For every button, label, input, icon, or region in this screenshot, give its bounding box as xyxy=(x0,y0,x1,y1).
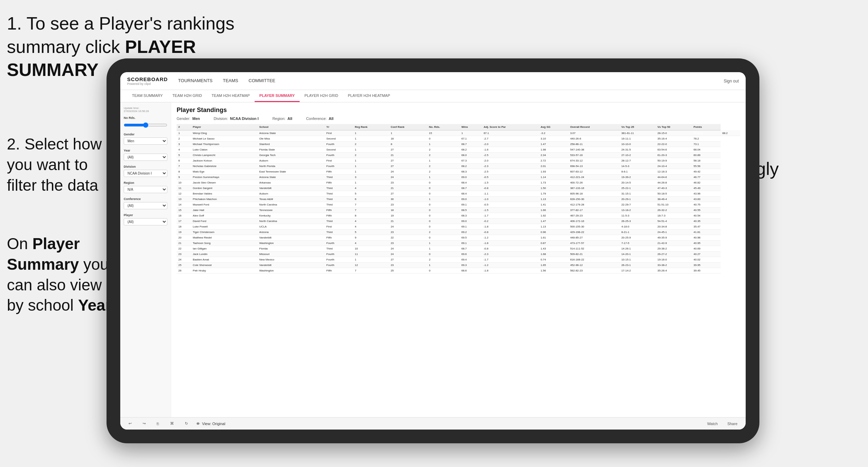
region-select[interactable]: N/A All xyxy=(124,186,167,193)
table-cell: First xyxy=(325,130,353,136)
col-conf-rank[interactable]: Conf Rank xyxy=(389,124,427,130)
table-cell: 68.6 xyxy=(460,268,482,274)
filter-division: Division: NCAA Division I xyxy=(214,116,259,121)
table-cell: 258-86-11 xyxy=(568,142,620,147)
table-row[interactable]: 4Luke ClatonFlorida StateSecond127268.2-… xyxy=(177,147,740,153)
table-row[interactable]: 1Wenyi DingArizona StateFirst1115167.1-3… xyxy=(177,130,740,136)
table-cell: -2.3 xyxy=(482,252,539,257)
table-cell: 18 xyxy=(389,136,427,142)
table-row[interactable]: 11Gordon SargentVanderbiltThird421068.7-… xyxy=(177,186,740,191)
tab-team-h2h-heatmap[interactable]: TEAM H2H HEATMAP xyxy=(207,90,255,102)
table-row[interactable]: 6Jackson KoivunAuburnFirst127167.3-2.02.… xyxy=(177,158,740,164)
table-row[interactable]: 15Jake HallTennesseeFifth718068.5-1.51.6… xyxy=(177,208,740,213)
table-cell: Fifth xyxy=(325,180,353,186)
col-no-rds[interactable]: No. Rds. xyxy=(427,124,460,130)
table-row[interactable]: 2Michael Le SassoOle MissSecond118067.1-… xyxy=(177,136,740,142)
table-row[interactable]: 8Mats EgeEast Tennessee StateFifth124268… xyxy=(177,169,740,175)
table-row[interactable]: 5Christo LamprechtGeorgia TechFourth2212… xyxy=(177,153,740,158)
table-row[interactable]: 20Matthew RiedelVanderbiltFifth922069.5-… xyxy=(177,235,740,241)
nav-tournaments[interactable]: TOURNAMENTS xyxy=(178,77,212,85)
col-points[interactable]: Points xyxy=(692,124,721,130)
table-cell: North Carolina xyxy=(258,219,325,224)
table-cell: North Carolina xyxy=(258,202,325,208)
tab-team-h2h-grid[interactable]: TEAM H2H GRID xyxy=(168,90,207,102)
table-cell: 23 xyxy=(389,263,427,268)
division-select[interactable]: NCAA Division I xyxy=(124,170,167,177)
table-cell: 26-23-1 xyxy=(620,263,656,268)
table-cell: Fourth xyxy=(325,257,353,263)
table-row[interactable]: 3Michael ThorbjornsenStanfordFourth28168… xyxy=(177,142,740,147)
tab-player-summary[interactable]: PLAYER SUMMARY xyxy=(255,90,300,102)
table-cell: 39.45 xyxy=(692,268,721,274)
redo-btn[interactable]: ↪ xyxy=(140,420,148,427)
table-cell: 24 xyxy=(389,169,427,175)
player-standings-table: # Player School Yr Reg Rank Conf Rank No… xyxy=(177,124,740,274)
col-wins[interactable]: Wins xyxy=(460,124,482,130)
table-cell: 20-25-9 xyxy=(620,235,656,241)
copy-btn[interactable]: ⎘ xyxy=(154,420,162,427)
table-cell: 67.1 xyxy=(482,130,539,136)
table-cell: 10-10-0 xyxy=(620,142,656,147)
table-cell: Washington xyxy=(258,268,325,274)
table-row[interactable]: 13Phichakon MaichonTexas A&MThird630169.… xyxy=(177,197,740,202)
table-row[interactable]: 21Taehoon SongWashingtonFourth423169.1-1… xyxy=(177,241,740,246)
share-btn[interactable]: Share xyxy=(725,420,740,427)
table-cell: Fourth xyxy=(325,241,353,246)
table-row[interactable]: 23Jack LundinMissouriFourth1124069.6-2.3… xyxy=(177,252,740,257)
table-filters: Gender: Men Division: NCAA Division I Re… xyxy=(177,116,740,121)
table-row[interactable]: 18Luke PowellUCLAFirst424069.1-1.81.1350… xyxy=(177,224,740,230)
table-title: Player Standings xyxy=(177,107,740,114)
table-cell: 429-198-22 xyxy=(568,230,620,235)
tab-player-h2h-heatmap[interactable]: PLAYER H2H HEATMAP xyxy=(343,90,395,102)
refresh-btn[interactable]: ↻ xyxy=(182,420,191,427)
sign-out-link[interactable]: Sign out xyxy=(724,79,739,84)
col-avg-sg[interactable]: Avg SG xyxy=(539,124,568,130)
undo-btn[interactable]: ↩ xyxy=(126,420,134,427)
table-row[interactable]: 10Jacob Stev OlesenArkansasFifth123068.4… xyxy=(177,180,740,186)
table-row[interactable]: 25Cole SherwoodVanderbiltFourth1223169.3… xyxy=(177,263,740,268)
col-player[interactable]: Player xyxy=(191,124,258,130)
annotation-bottom: On PlayerSummary youcan also viewby scho… xyxy=(7,234,117,316)
tab-player-h2h-grid[interactable]: PLAYER H2H GRID xyxy=(300,90,343,102)
gender-select[interactable]: Men Women xyxy=(124,137,167,145)
table-cell: 406-172-16 xyxy=(568,219,620,224)
table-cell: 8-21-1 xyxy=(620,230,656,235)
table-row[interactable]: 17David FordNorth CarolinaThird421069.0-… xyxy=(177,219,740,224)
table-row[interactable]: 24Bastien AmatNew MexicoFourth127269.4-1… xyxy=(177,257,740,263)
table-cell: 24 xyxy=(389,246,427,252)
table-cell: 67.3 xyxy=(460,158,482,164)
table-cell: 69.2 xyxy=(460,230,482,235)
table-cell: Florida xyxy=(258,246,325,252)
table-cell: 6 xyxy=(177,158,191,164)
watch-btn[interactable]: Watch xyxy=(704,420,721,427)
table-row[interactable]: 9Preston SummerhaysArizona StateThird324… xyxy=(177,175,740,180)
col-vs-top50[interactable]: Vs Top 50 xyxy=(656,124,692,130)
table-cell: -1.2 xyxy=(482,263,539,268)
table-cell: 473-177-57 xyxy=(568,241,620,246)
table-row[interactable]: 7Nicholas GabrielcieNorth FloridaFourth1… xyxy=(177,164,740,169)
col-vs-top25[interactable]: Vs Top 25 xyxy=(620,124,656,130)
player-select[interactable]: (All) xyxy=(124,218,167,225)
table-cell: 16 xyxy=(177,213,191,219)
col-overall[interactable]: Overall Record xyxy=(568,124,620,130)
col-rank[interactable]: # xyxy=(177,124,191,130)
col-adj-score[interactable]: Adj. Score to Par xyxy=(482,124,539,130)
conference-select[interactable]: (All) xyxy=(124,202,167,209)
col-reg-rank[interactable]: Reg Rank xyxy=(353,124,389,130)
nav-committee[interactable]: COMMITTEE xyxy=(248,77,275,85)
table-row[interactable]: 12Brendan ValdesAuburnThird527068.4-1.11… xyxy=(177,191,740,197)
table-row[interactable]: 26Petr HrubyWashingtonFifth725068.6-1.81… xyxy=(177,268,740,274)
tab-team-summary[interactable]: TEAM SUMMARY xyxy=(127,90,168,102)
paste-btn[interactable]: ⌘ xyxy=(167,420,177,427)
col-school[interactable]: School xyxy=(258,124,325,130)
table-cell: 1 xyxy=(353,136,389,142)
col-yr[interactable]: Yr xyxy=(325,124,353,130)
table-row[interactable]: 16Alex GoffKentuckyFifth819068.3-1.71.92… xyxy=(177,213,740,219)
year-select[interactable]: (All) First Second Third Fourth Fifth xyxy=(124,154,167,161)
nav-teams[interactable]: TEAMS xyxy=(223,77,238,85)
table-row[interactable]: 14Maxwell FordNorth CarolinaThird723069.… xyxy=(177,202,740,208)
table-cell: 7 xyxy=(177,164,191,169)
table-row[interactable]: 22Ian GilliganFloridaThird1024168.7-0.81… xyxy=(177,246,740,252)
no-rds-slider[interactable] xyxy=(124,122,167,128)
table-row[interactable]: 19Tiger ChristensenArizonaThird523269.2-… xyxy=(177,230,740,235)
